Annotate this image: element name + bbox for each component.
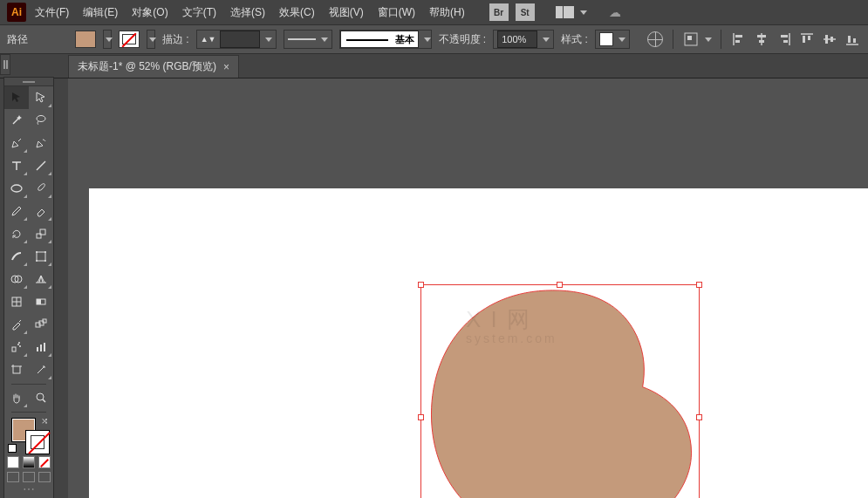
scale-tool[interactable] [29, 222, 53, 245]
opacity-input[interactable]: 100% [493, 30, 554, 49]
direct-selection-tool[interactable] [29, 86, 53, 109]
paintbrush-tool[interactable] [29, 177, 53, 200]
lasso-tool[interactable] [29, 109, 53, 132]
svg-point-22 [11, 185, 22, 192]
svg-rect-46 [44, 343, 45, 351]
align-top-icon [800, 32, 814, 46]
hand-tool[interactable] [4, 386, 29, 409]
fill-swatch[interactable] [75, 31, 96, 48]
curvature-tool[interactable] [29, 132, 53, 154]
magic-wand-tool[interactable] [4, 109, 29, 132]
width-tool[interactable] [4, 245, 29, 268]
menu-window[interactable]: 窗口(W) [372, 2, 420, 24]
fill-dropdown[interactable] [103, 30, 112, 49]
zoom-tool[interactable] [29, 386, 53, 409]
align-right-button[interactable] [776, 31, 793, 48]
align-vcenter-button[interactable] [821, 31, 838, 48]
type-icon [10, 159, 24, 173]
shape-builder-icon [10, 272, 24, 286]
symbol-sprayer-tool[interactable] [4, 336, 29, 358]
lasso-icon [34, 113, 48, 127]
tools-panel-grip[interactable] [4, 78, 53, 86]
tools-overflow-button[interactable]: ⋯ [4, 484, 53, 493]
align-hcenter-button[interactable] [753, 31, 770, 48]
variable-width-profile[interactable] [284, 30, 332, 49]
column-graph-tool[interactable] [29, 336, 53, 358]
menu-effect[interactable]: 效果(C) [274, 2, 320, 24]
menu-type[interactable]: 文字(T) [177, 2, 222, 24]
stroke-color-box[interactable] [25, 430, 50, 454]
align-to-button[interactable] [682, 31, 700, 48]
line-icon [34, 159, 48, 173]
stroke-dropdown[interactable] [147, 30, 155, 49]
menu-select[interactable]: 选择(S) [225, 2, 270, 24]
selected-path-shape[interactable] [424, 286, 699, 498]
swap-fill-stroke-icon[interactable]: ⤭ [41, 416, 48, 426]
perspective-icon [34, 272, 48, 286]
document-tab-title: 未标题-1* @ 52% (RGB/预览) [78, 59, 216, 74]
slice-tool[interactable] [29, 358, 53, 381]
document-tab-close-button[interactable]: × [223, 61, 229, 73]
artboard-tool[interactable] [4, 358, 29, 381]
align-left-button[interactable] [730, 31, 748, 48]
opacity-value[interactable]: 100% [497, 31, 537, 48]
blend-tool[interactable] [29, 313, 53, 336]
panel-expand-grip[interactable] [0, 54, 10, 75]
stock-button[interactable]: St [516, 3, 535, 21]
svg-point-41 [17, 344, 19, 345]
opacity-label: 不透明度 : [439, 32, 487, 47]
default-fill-stroke-icon[interactable] [8, 444, 17, 453]
eraser-tool[interactable] [29, 200, 53, 222]
ellipse-tool[interactable] [4, 177, 29, 200]
menu-edit[interactable]: 编辑(E) [78, 2, 123, 24]
scale-icon [34, 227, 48, 241]
canvas-area[interactable]: X I 网 system.com [68, 78, 868, 498]
recolor-artwork-button[interactable] [646, 31, 664, 48]
normal-drawing-mode-button[interactable] [7, 472, 19, 482]
mesh-tool[interactable] [4, 290, 29, 313]
svg-rect-10 [783, 40, 788, 43]
fill-stroke-control[interactable]: ⤭ [4, 414, 53, 453]
stroke-weight-input[interactable]: ▲▼ [196, 30, 277, 49]
svg-point-28 [36, 260, 38, 262]
menu-file[interactable]: 文件(F) [30, 2, 74, 24]
bridge-button[interactable]: Br [489, 3, 509, 21]
workspace-layout-button[interactable] [556, 6, 575, 18]
menu-view[interactable]: 视图(V) [324, 2, 369, 24]
none-mode-button[interactable] [38, 456, 51, 468]
menu-object[interactable]: 对象(O) [126, 2, 173, 24]
document-tab[interactable]: 未标题-1* @ 52% (RGB/预览) × [68, 55, 239, 78]
align-top-button[interactable] [798, 31, 816, 48]
gradient-tool[interactable] [29, 290, 53, 313]
align-bottom-button[interactable] [844, 31, 861, 48]
perspective-grid-tool[interactable] [29, 268, 53, 290]
stroke-swatch[interactable] [119, 31, 140, 48]
sync-status-icon[interactable]: ☁ [605, 5, 625, 19]
shape-builder-tool[interactable] [4, 268, 29, 290]
color-wheel-icon [647, 31, 663, 47]
direct-selection-icon [34, 91, 48, 105]
color-mode-button[interactable] [7, 456, 19, 468]
selection-tool[interactable] [4, 86, 29, 109]
curvature-icon [34, 136, 48, 150]
stroke-weight-value[interactable] [220, 31, 260, 48]
menu-help[interactable]: 帮助(H) [424, 2, 470, 24]
draw-inside-mode-button[interactable] [38, 472, 51, 482]
align-bottom-icon [845, 32, 859, 46]
svg-point-43 [18, 342, 20, 344]
free-transform-tool[interactable] [29, 245, 53, 268]
type-tool[interactable] [4, 154, 29, 177]
gradient-mode-button[interactable] [23, 456, 35, 468]
pen-tool[interactable] [4, 132, 29, 154]
eyedropper-tool[interactable] [4, 313, 29, 336]
svg-rect-47 [13, 366, 20, 373]
workspace-layout-dropdown-icon[interactable] [580, 10, 587, 15]
graphic-style-dropdown[interactable] [595, 30, 630, 49]
rotate-tool[interactable] [4, 222, 29, 245]
align-to-dropdown-icon[interactable] [705, 38, 712, 42]
line-segment-tool[interactable] [29, 154, 53, 177]
symbol-sprayer-icon [10, 340, 24, 354]
pencil-tool[interactable] [4, 200, 29, 222]
brush-definition[interactable]: 基本 [339, 30, 432, 49]
draw-behind-mode-button[interactable] [23, 472, 35, 482]
